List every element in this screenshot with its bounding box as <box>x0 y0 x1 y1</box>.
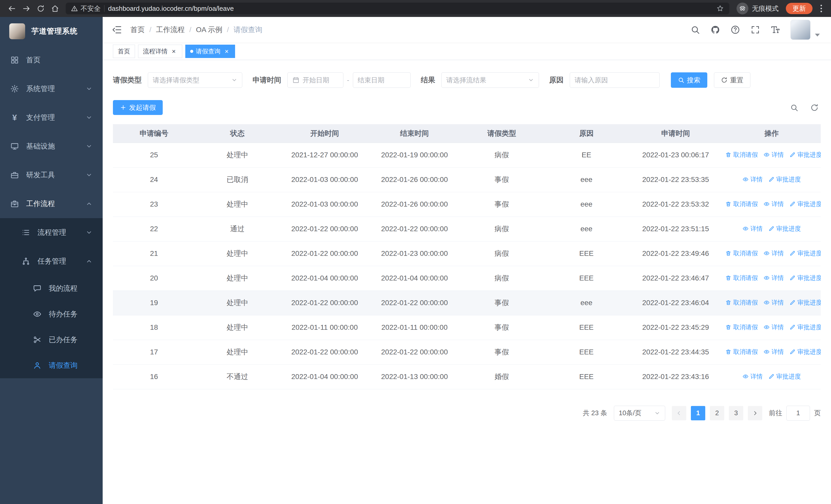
create-leave-button[interactable]: 发起请假 <box>113 100 163 115</box>
sidebar-fold-icon[interactable] <box>111 24 122 35</box>
tab-process-detail[interactable]: 流程详情× <box>138 45 182 58</box>
leave-row-16[interactable]: 16不通过2022-01-04 00:00:002022-01-13 00:00… <box>113 364 821 389</box>
eye-icon <box>764 275 770 281</box>
tab-leave-query[interactable]: 请假查询× <box>185 45 235 58</box>
sidebar-item-infra[interactable]: 基础设施 <box>0 132 103 161</box>
sidebar-item-done-task[interactable]: 已办任务 <box>0 327 103 353</box>
row-action-progress[interactable]: 审批进度 <box>790 298 821 307</box>
submenu-task-manage: 我的流程待办任务已办任务请假查询 <box>0 276 103 378</box>
row-action-detail[interactable]: 详情 <box>764 298 784 307</box>
row-action-cancel[interactable]: 取消请假 <box>725 200 758 208</box>
help-icon[interactable] <box>730 25 740 35</box>
toggle-search-icon[interactable] <box>790 103 798 112</box>
browser-reload-button[interactable] <box>33 1 48 16</box>
leave-row-17[interactable]: 17处理中2022-01-22 00:00:002022-01-22 00:00… <box>113 340 821 364</box>
sidebar-item-task-manage[interactable]: 任务管理 <box>0 247 103 276</box>
sidebar-item-system[interactable]: 系统管理 <box>0 75 103 103</box>
eye-icon <box>742 226 749 232</box>
browser-back-button[interactable] <box>5 1 19 16</box>
sidebar-item-home[interactable]: 首页 <box>0 46 103 75</box>
sidebar-item-workflow[interactable]: 工作流程 <box>0 189 103 218</box>
sidebar-item-payment[interactable]: ¥支付管理 <box>0 103 103 132</box>
row-action-progress[interactable]: 审批进度 <box>790 151 821 159</box>
breadcrumb-item[interactable]: OA 示例 <box>196 25 223 35</box>
reason-input[interactable] <box>575 76 655 84</box>
row-action-cancel[interactable]: 取消请假 <box>725 249 758 257</box>
address-bar[interactable]: 不安全 dashboard.yudao.iocoder.cn/bpm/oa/le… <box>66 3 729 14</box>
leave-type-select[interactable]: 请选择请假类型 <box>148 72 242 88</box>
refresh-table-icon[interactable] <box>810 103 819 112</box>
row-action-progress[interactable]: 审批进度 <box>790 274 821 282</box>
row-action-progress[interactable]: 审批进度 <box>790 249 821 257</box>
github-icon[interactable] <box>710 25 720 35</box>
leave-row-22[interactable]: 22通过2022-01-22 00:00:002022-01-22 00:00:… <box>113 216 821 241</box>
row-action-detail[interactable]: 详情 <box>764 323 784 331</box>
goto-page-input[interactable] <box>786 406 810 421</box>
sidebar-item-leave-query[interactable]: 请假查询 <box>0 353 103 378</box>
leave-row-18[interactable]: 18处理中2022-01-11 00:00:002022-01-11 00:00… <box>113 315 821 340</box>
page-button-1[interactable]: 1 <box>691 406 705 420</box>
row-action-progress[interactable]: 审批进度 <box>790 200 821 208</box>
close-icon[interactable]: × <box>170 48 177 55</box>
browser-home-button[interactable] <box>48 1 62 16</box>
sidebar-item-devtools[interactable]: 研发工具 <box>0 161 103 189</box>
search-icon[interactable] <box>690 25 700 35</box>
row-action-detail[interactable]: 详情 <box>764 348 784 356</box>
row-action-cancel[interactable]: 取消请假 <box>725 151 758 159</box>
leave-row-24[interactable]: 24已取消2022-01-03 00:00:002022-01-26 00:00… <box>113 167 821 192</box>
avatar-image <box>791 20 810 40</box>
search-button[interactable]: 搜索 <box>671 72 707 88</box>
row-action-detail[interactable]: 详情 <box>764 200 784 208</box>
font-size-icon[interactable] <box>770 25 780 35</box>
page-size-select[interactable]: 10条/页 <box>614 406 665 421</box>
browser-forward-button[interactable] <box>19 1 33 16</box>
sidebar-item-my-process[interactable]: 我的流程 <box>0 276 103 301</box>
row-action-cancel[interactable]: 取消请假 <box>725 298 758 307</box>
reset-button[interactable]: 重置 <box>714 72 750 88</box>
total-count: 共 23 条 <box>583 409 607 417</box>
bookmark-star-icon[interactable] <box>716 4 724 12</box>
top-navbar: 首页/工作流程/OA 示例/请假查询 <box>103 17 831 42</box>
row-action-progress[interactable]: 审批进度 <box>768 175 801 183</box>
user-avatar[interactable] <box>791 20 822 40</box>
chev-down-icon <box>86 143 92 150</box>
sidebar-item-todo-task[interactable]: 待办任务 <box>0 301 103 327</box>
breadcrumb-item[interactable]: 首页 <box>131 25 145 35</box>
page-button-2[interactable]: 2 <box>710 406 724 420</box>
browser-update-button[interactable]: 更新 <box>786 3 812 14</box>
row-action-progress[interactable]: 审批进度 <box>768 373 801 381</box>
row-action-progress[interactable]: 审批进度 <box>768 225 801 233</box>
end-date-input[interactable]: 结束日期 <box>353 72 411 88</box>
row-action-cancel[interactable]: 取消请假 <box>725 348 758 356</box>
result-select[interactable]: 请选择流结果 <box>441 72 539 88</box>
next-page-button[interactable] <box>748 406 762 420</box>
sidebar-item-process-manage[interactable]: 流程管理 <box>0 218 103 247</box>
row-action-detail[interactable]: 详情 <box>764 274 784 282</box>
leave-row-25[interactable]: 25处理中2021-12-27 00:00:002022-01-19 00:00… <box>113 143 821 167</box>
row-action-cancel[interactable]: 取消请假 <box>725 323 758 331</box>
row-action-detail[interactable]: 详情 <box>742 225 763 233</box>
row-action-detail[interactable]: 详情 <box>742 373 763 381</box>
page-button-3[interactable]: 3 <box>729 406 743 420</box>
row-action-progress[interactable]: 审批进度 <box>790 348 821 356</box>
close-icon[interactable]: × <box>223 48 230 55</box>
row-action-detail[interactable]: 详情 <box>742 175 763 183</box>
breadcrumb-separator: / <box>227 26 229 34</box>
incognito-glasses-icon <box>739 5 746 12</box>
tab-home[interactable]: 首页 <box>113 45 135 58</box>
row-action-detail[interactable]: 详情 <box>764 151 784 159</box>
start-date-input[interactable]: 开始日期 <box>287 72 343 88</box>
row-action-detail[interactable]: 详情 <box>764 249 784 257</box>
security-indicator[interactable]: 不安全 <box>71 4 101 13</box>
browser-menu-icon[interactable] <box>816 3 826 13</box>
leave-row-19[interactable]: 19处理中2022-01-22 00:00:002022-01-22 00:00… <box>113 291 821 315</box>
row-action-cancel[interactable]: 取消请假 <box>725 274 758 282</box>
leave-row-23[interactable]: 23处理中2022-01-03 00:00:002022-01-26 00:00… <box>113 192 821 216</box>
submenu-workflow: 流程管理任务管理我的流程待办任务已办任务请假查询 <box>0 218 103 378</box>
breadcrumb-item[interactable]: 工作流程 <box>156 25 185 35</box>
fullscreen-icon[interactable] <box>750 25 760 35</box>
leave-row-21[interactable]: 21处理中2022-01-22 00:00:002022-01-23 00:00… <box>113 241 821 266</box>
leave-row-20[interactable]: 20处理中2022-01-04 00:00:002022-01-04 00:00… <box>113 266 821 291</box>
prev-page-button[interactable] <box>672 406 686 420</box>
row-action-progress[interactable]: 审批进度 <box>790 323 821 331</box>
